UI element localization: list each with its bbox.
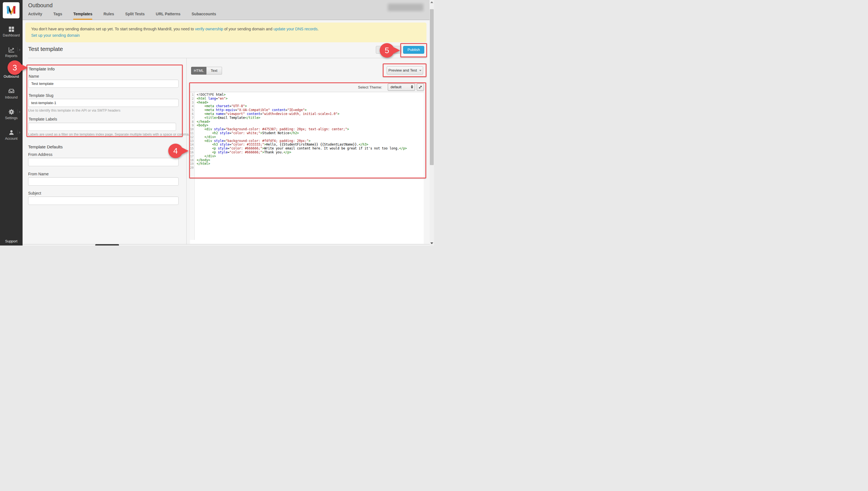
scroll-down-arrow[interactable] xyxy=(430,241,434,246)
scroll-up-arrow[interactable] xyxy=(430,0,434,4)
line-number: 11 xyxy=(190,132,194,135)
code-line[interactable]: <p style="color: #666666;">Write your em… xyxy=(197,147,424,151)
line-number: 18 xyxy=(190,158,194,162)
tab-tags[interactable]: Tags xyxy=(53,12,62,20)
code-line[interactable]: <div style="background-color: #f4f4f4; p… xyxy=(197,139,424,143)
template-labels-field[interactable] xyxy=(28,123,176,131)
tab-url-patterns[interactable]: URL Patterns xyxy=(156,12,180,20)
code-line[interactable]: <meta name="viewport" content="width=dev… xyxy=(197,112,424,116)
subject-field[interactable] xyxy=(28,197,179,205)
publish-button[interactable]: Publish xyxy=(403,46,424,54)
code-editor[interactable]: 1234567891011121314151617181920 <!DOCTYP… xyxy=(190,92,424,244)
expand-editor-button[interactable] xyxy=(417,84,424,91)
bottom-overlay-sliver xyxy=(95,244,119,246)
tab-templates[interactable]: Templates xyxy=(73,12,92,20)
from-name-label: From Name xyxy=(28,172,49,176)
select-theme-label: Select Theme: xyxy=(358,85,382,89)
code-line[interactable]: <meta charset="UTF-8"> xyxy=(197,105,424,108)
chevron-right-icon: › xyxy=(17,47,20,52)
sidebar-item-settings[interactable]: › Settings xyxy=(0,109,23,120)
preview-and-test-button[interactable]: Preview and Test xyxy=(387,66,423,75)
code-line[interactable]: <html lang="en"> xyxy=(197,97,424,101)
sidebar-item-label: Dashboard xyxy=(0,33,23,37)
sidebar-item-label: Settings xyxy=(0,116,23,120)
setup-domain-link[interactable]: Set up your sending domain xyxy=(31,33,80,37)
slug-label: Template Slug xyxy=(29,93,53,98)
chevron-right-icon: › xyxy=(17,130,20,134)
line-number: 20 xyxy=(190,166,194,170)
app-window: Outbound Activity Tags Templates Rules S… xyxy=(0,0,434,246)
line-number: 7 xyxy=(190,116,194,120)
line-number: 13 xyxy=(190,139,194,143)
code-line[interactable]: <h3 style="color: #333333;">Hello, {{Stu… xyxy=(197,143,424,147)
code-line[interactable]: <body> xyxy=(197,123,424,127)
chevron-right-icon: › xyxy=(17,109,20,114)
banner-line1: You don't have any sending domains set u… xyxy=(31,26,421,32)
line-number: 16 xyxy=(190,151,194,154)
chevron-down-icon xyxy=(419,70,422,71)
line-number: 17 xyxy=(190,154,194,158)
expand-icon xyxy=(418,85,423,90)
sidebar-item-inbound[interactable]: Inbound xyxy=(0,88,23,99)
code-line[interactable]: <head> xyxy=(197,101,424,105)
html-tab[interactable]: HTML xyxy=(191,67,207,75)
sidebar-item-dashboard[interactable]: Dashboard xyxy=(0,26,23,37)
code-line[interactable]: <!DOCTYPE html> xyxy=(197,93,424,97)
code-line[interactable]: <p style="color: #666666;">Thank you.</p… xyxy=(197,151,424,154)
sidebar-item-label: Outbound xyxy=(0,75,23,79)
scrollbar-vertical[interactable] xyxy=(430,0,434,246)
annotation-badge-4: 4 xyxy=(168,143,189,159)
tab-rules[interactable]: Rules xyxy=(103,12,114,20)
outbound-send-icon xyxy=(0,67,23,74)
app-section-title: Outbound xyxy=(28,2,53,9)
tab-activity[interactable]: Activity xyxy=(28,12,42,20)
line-number: 4 xyxy=(190,105,194,108)
sidebar: Dashboard › Reports Outbound xyxy=(0,0,23,246)
line-number: 6 xyxy=(190,112,194,116)
sidebar-item-account[interactable]: › Account xyxy=(0,129,23,141)
labels-label: Template Labels xyxy=(29,117,57,121)
secondary-button[interactable] xyxy=(376,46,402,54)
dns-records-link[interactable]: update your DNS records xyxy=(274,27,318,31)
verify-ownership-link[interactable]: verify ownership xyxy=(195,27,223,31)
code-line[interactable]: </div> xyxy=(197,135,424,139)
inbound-tray-icon xyxy=(0,88,23,94)
code-line[interactable]: <div style="background-color: #475387; p… xyxy=(197,127,424,132)
text-tab[interactable]: Text xyxy=(207,67,222,75)
content-bottom-border xyxy=(23,244,430,244)
template-defaults-heading: Template Defaults xyxy=(28,144,63,149)
from-address-field[interactable] xyxy=(28,158,179,166)
line-number: 3 xyxy=(190,101,194,105)
tab-subaccounts[interactable]: Subaccounts xyxy=(192,12,216,20)
template-info-heading: Template Info xyxy=(29,66,55,71)
code-pane[interactable]: <!DOCTYPE html><html lang="en"><head> <m… xyxy=(195,93,424,170)
line-number: 14 xyxy=(190,143,194,147)
banner-text: You don't have any sending domains set u… xyxy=(31,27,195,31)
sidebar-item-support[interactable]: Support xyxy=(0,239,23,243)
code-line[interactable]: </body> xyxy=(197,158,424,162)
code-line[interactable]: </html> xyxy=(197,162,424,166)
code-line[interactable] xyxy=(197,166,424,170)
editor-mode-tabs: HTML Text xyxy=(191,67,222,75)
scroll-thumb[interactable] xyxy=(430,9,434,165)
code-line[interactable]: <title>Email Template</title> xyxy=(197,116,424,120)
line-number: 19 xyxy=(190,162,194,166)
banner-line2: Set up your sending domain xyxy=(31,32,421,39)
line-number: 9 xyxy=(190,123,194,127)
code-line[interactable]: </div> xyxy=(197,154,424,158)
sidebar-item-label: Reports xyxy=(0,54,23,58)
user-account-badge[interactable] xyxy=(388,4,424,11)
code-line[interactable]: <h2 style="color: white;">Student Notice… xyxy=(197,132,424,135)
line-number: 2 xyxy=(190,97,194,101)
sidebar-item-reports[interactable]: › Reports xyxy=(0,47,23,58)
from-name-field[interactable] xyxy=(28,177,179,186)
name-field[interactable] xyxy=(28,80,179,88)
code-line[interactable]: </head> xyxy=(197,120,424,124)
template-slug-field[interactable] xyxy=(28,99,179,107)
mandrill-logo[interactable] xyxy=(3,2,20,18)
theme-select[interactable]: default xyxy=(388,84,415,91)
tab-split-tests[interactable]: Split Tests xyxy=(125,12,145,20)
line-number: 5 xyxy=(190,108,194,112)
code-line[interactable]: <meta http-equiv="X-UA-Compatible" conte… xyxy=(197,108,424,112)
sidebar-item-outbound[interactable]: Outbound xyxy=(0,67,23,79)
